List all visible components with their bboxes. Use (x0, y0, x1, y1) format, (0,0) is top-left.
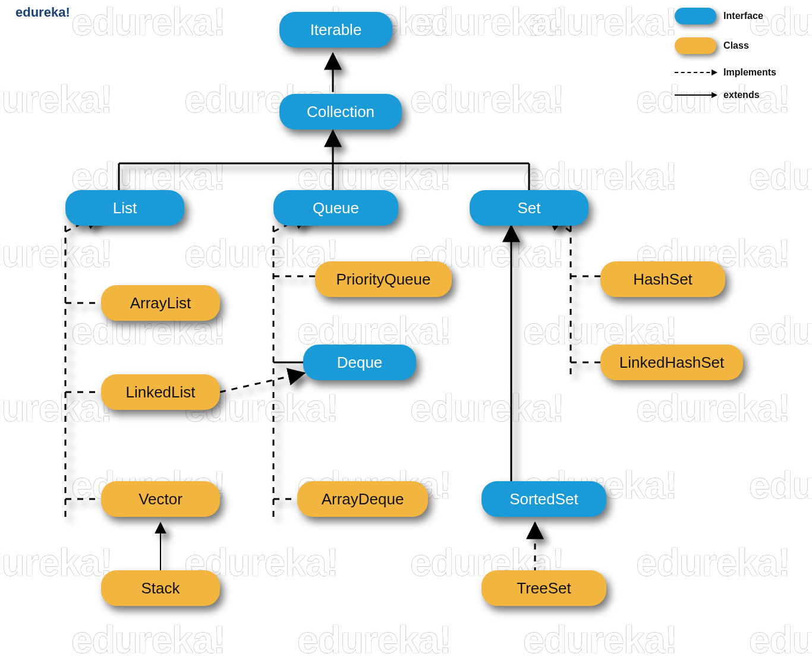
node-priorityqueue: PriorityQueue (315, 261, 452, 297)
legend-swatch-class (675, 37, 716, 54)
node-sortedset: SortedSet (481, 481, 606, 517)
legend-line-solid (675, 94, 716, 96)
node-label: PriorityQueue (336, 270, 431, 289)
node-label: LinkedList (125, 383, 195, 402)
node-deque: Deque (303, 345, 416, 380)
node-label: Vector (139, 490, 182, 509)
node-label: LinkedHashSet (619, 353, 724, 372)
node-label: Deque (337, 353, 383, 372)
node-label: Queue (313, 199, 359, 217)
node-hashset: HashSet (600, 261, 725, 297)
legend-label: Implements (723, 67, 776, 78)
legend-implements: Implements (675, 65, 776, 80)
legend-line-dashed (675, 72, 716, 73)
node-iterable: Iterable (279, 12, 392, 48)
node-list: List (65, 190, 184, 226)
legend-extends: extends (675, 88, 776, 102)
node-arraydeque: ArrayDeque (297, 481, 428, 517)
legend-label: extends (723, 90, 759, 100)
node-linkedhashset: LinkedHashSet (600, 345, 743, 380)
node-queue: Queue (273, 190, 398, 226)
node-label: Stack (141, 579, 180, 598)
node-label: Collection (307, 103, 374, 121)
legend-label: Class (723, 40, 749, 51)
legend-interface: Interface (675, 6, 776, 26)
brand-logo: edureka! (15, 5, 70, 20)
legend-swatch-interface (675, 8, 716, 24)
node-collection: Collection (279, 94, 402, 130)
legend-label: Interface (723, 11, 763, 21)
node-label: SortedSet (509, 490, 578, 509)
node-label: List (113, 199, 137, 217)
node-label: ArrayList (130, 294, 191, 312)
node-vector: Vector (101, 481, 220, 517)
node-linkedlist: LinkedList (101, 374, 220, 410)
node-treeset: TreeSet (481, 570, 606, 606)
node-label: TreeSet (517, 579, 571, 598)
node-label: HashSet (633, 270, 693, 289)
node-label: ArrayDeque (322, 490, 404, 509)
node-label: Set (517, 199, 540, 217)
node-stack: Stack (101, 570, 220, 606)
node-label: Iterable (310, 21, 362, 39)
node-set: Set (470, 190, 588, 226)
legend-class: Class (675, 36, 776, 56)
legend: Interface Class Implements extends (675, 6, 776, 110)
node-arraylist: ArrayList (101, 285, 220, 321)
